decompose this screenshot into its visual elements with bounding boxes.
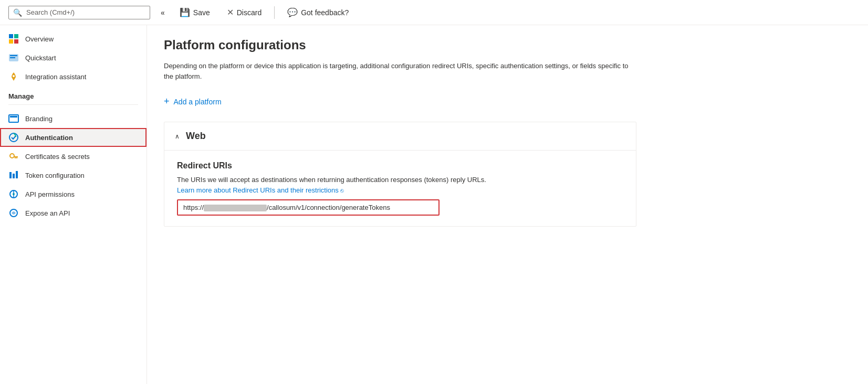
main-layout: Overview Quickstart Integration assistan…: [0, 25, 868, 384]
sidebar-item-integration-assistant[interactable]: Integration assistant: [0, 67, 147, 86]
svg-rect-9: [10, 116, 17, 118]
platform-card: ∧ Web Redirect URIs The URIs we will acc…: [164, 122, 636, 227]
feedback-icon: 💬: [287, 7, 298, 17]
svg-rect-6: [10, 57, 15, 58]
api-icon: [8, 189, 19, 199]
sidebar-item-api-permissions[interactable]: API permissions: [0, 185, 147, 204]
add-platform-button[interactable]: + Add a platform: [164, 94, 222, 109]
token-icon: [8, 170, 19, 180]
page-description: Depending on the platform or device this…: [164, 61, 636, 81]
feedback-label: Got feedback?: [301, 8, 349, 17]
feedback-button[interactable]: 💬 Got feedback?: [283, 5, 353, 19]
sidebar-item-authentication-label: Authentication: [25, 134, 73, 142]
uri-value-display[interactable]: https:///callosum/v1/connection/generate…: [177, 199, 440, 216]
expose-icon: [8, 208, 19, 218]
discard-icon: ✕: [227, 7, 234, 17]
sidebar: Overview Quickstart Integration assistan…: [0, 25, 147, 384]
svg-rect-0: [9, 34, 13, 38]
svg-rect-1: [14, 34, 18, 38]
auth-icon: [8, 132, 19, 143]
uri-prefix: https://: [183, 204, 204, 211]
content-area: Platform configurations Depending on the…: [147, 25, 868, 384]
manage-section-label: Manage: [0, 86, 147, 102]
platform-header[interactable]: ∧ Web: [164, 122, 636, 151]
sidebar-item-branding-label: Branding: [25, 115, 53, 123]
redirect-uris-title: Redirect URIs: [177, 161, 623, 170]
sidebar-item-overview[interactable]: Overview: [0, 29, 147, 48]
platform-content: Redirect URIs The URIs we will accept as…: [164, 151, 636, 226]
sidebar-item-quickstart[interactable]: Quickstart: [0, 48, 147, 67]
search-placeholder: Search (Cmd+/): [26, 8, 75, 16]
sidebar-item-quickstart-label: Quickstart: [25, 54, 56, 62]
add-platform-label: Add a platform: [174, 98, 222, 106]
learn-more-text: Learn more about Redirect URIs and their…: [177, 186, 339, 194]
svg-point-10: [9, 133, 18, 142]
rocket-icon: [8, 71, 19, 82]
chevron-up-icon: ∧: [175, 133, 180, 140]
sidebar-item-certs-label: Certificates & secrets: [25, 153, 90, 161]
sidebar-item-token-config[interactable]: Token configuration: [0, 166, 147, 185]
svg-rect-12: [9, 172, 12, 178]
blurred-domain: [204, 205, 267, 211]
platform-title: Web: [186, 131, 206, 142]
top-bar: 🔍 Search (Cmd+/) « 💾 Save ✕ Discard 💬 Go…: [0, 0, 868, 25]
sidebar-item-api-label: API permissions: [25, 190, 75, 198]
sidebar-item-expose-label: Expose an API: [25, 209, 70, 217]
page-title: Platform configurations: [164, 38, 851, 52]
toolbar: 💾 Save ✕ Discard 💬 Got feedback?: [175, 5, 860, 19]
sidebar-item-certs-secrets[interactable]: Certificates & secrets: [0, 147, 147, 166]
svg-rect-13: [13, 174, 15, 178]
uri-display: https:///callosum/v1/connection/generate…: [177, 199, 623, 216]
external-link-icon: ⎋: [340, 187, 344, 194]
grid-icon: [8, 34, 19, 44]
sidebar-item-integration-label: Integration assistant: [25, 73, 86, 81]
svg-rect-5: [10, 55, 17, 56]
svg-point-11: [10, 154, 14, 158]
sidebar-item-expose-api[interactable]: Expose an API: [0, 204, 147, 222]
redirect-description-text: The URIs we will accept as destinations …: [177, 176, 486, 184]
toolbar-divider: [274, 6, 275, 19]
sidebar-item-token-label: Token configuration: [25, 172, 85, 179]
discard-label: Discard: [237, 8, 262, 17]
branding-icon: [8, 113, 19, 124]
svg-rect-2: [9, 39, 13, 44]
sidebar-item-branding[interactable]: Branding: [0, 109, 147, 128]
svg-rect-14: [16, 171, 18, 178]
sidebar-item-overview-label: Overview: [25, 35, 54, 43]
save-icon: 💾: [180, 7, 190, 17]
redirect-description: The URIs we will accept as destinations …: [177, 175, 623, 195]
discard-button[interactable]: ✕ Discard: [223, 5, 266, 19]
save-button[interactable]: 💾 Save: [175, 5, 214, 19]
search-box[interactable]: 🔍 Search (Cmd+/): [8, 6, 150, 19]
manage-section-divider: [8, 104, 138, 105]
save-label: Save: [193, 8, 210, 17]
collapse-button[interactable]: «: [159, 6, 167, 19]
key-icon: [8, 151, 19, 162]
plus-icon: +: [164, 96, 170, 107]
uri-suffix: /callosum/v1/connection/generateTokens: [267, 204, 390, 211]
learn-more-link[interactable]: Learn more about Redirect URIs and their…: [177, 186, 344, 194]
svg-point-7: [13, 75, 15, 77]
search-icon: 🔍: [13, 8, 22, 17]
sidebar-item-authentication[interactable]: Authentication: [0, 128, 147, 147]
quickstart-icon: [8, 52, 19, 63]
svg-rect-3: [14, 39, 18, 44]
